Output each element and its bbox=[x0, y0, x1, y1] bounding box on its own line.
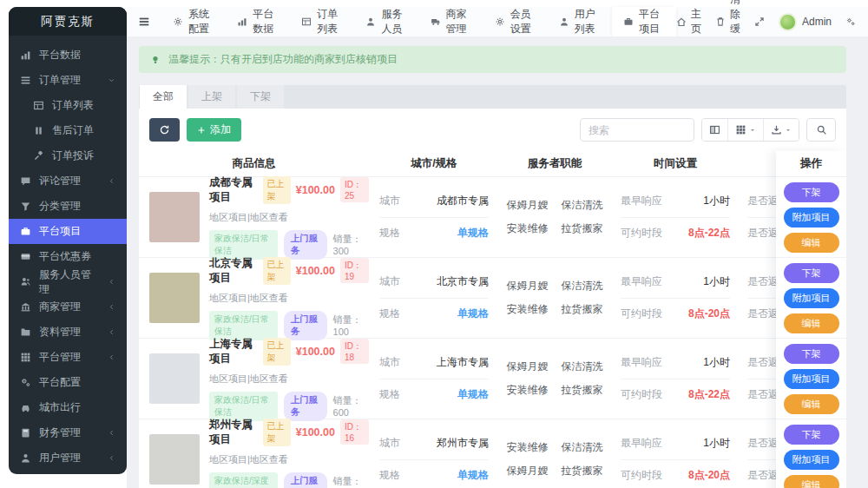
sidebar-item-platform-management[interactable]: 平台管理 bbox=[9, 345, 127, 370]
spec-label: 规格 bbox=[379, 468, 400, 483]
skill-item: 保洁清洗 bbox=[562, 198, 603, 213]
bank-icon bbox=[20, 301, 31, 313]
spec-link[interactable]: 单规格 bbox=[457, 226, 489, 241]
search-button[interactable] bbox=[806, 118, 836, 142]
take-down-button[interactable]: 下架 bbox=[784, 425, 839, 445]
city-label: 城市 bbox=[379, 436, 400, 451]
sidebar-item-city-travel[interactable]: 城市出行 bbox=[9, 395, 127, 420]
sidebar-item-comment-management[interactable]: 评论管理 bbox=[9, 168, 127, 194]
sidebar-item-label: 评论管理 bbox=[39, 174, 81, 188]
tab-off-shelf[interactable]: 下架 bbox=[237, 85, 284, 109]
sidebar-item-category-management[interactable]: 分类管理 bbox=[9, 194, 127, 219]
settings-button[interactable] bbox=[845, 16, 856, 27]
product-details: 成都专属项目 已上架 ¥100.00 ID：25 地区项目|地区查看 家政保洁/… bbox=[209, 175, 369, 260]
user-icon bbox=[20, 452, 31, 464]
refresh-button[interactable] bbox=[149, 118, 180, 142]
city-value: 成都市专属 bbox=[437, 194, 489, 208]
sidebar-item-platform-projects[interactable]: 平台项目 bbox=[9, 219, 127, 244]
search-icon bbox=[816, 124, 827, 135]
nav-item-order-list[interactable]: 订单列表 bbox=[290, 7, 354, 36]
sidebar-item-platform-data[interactable]: 平台数据 bbox=[9, 43, 127, 68]
skill-item: 保洁清洗 bbox=[562, 440, 603, 455]
sidebar-item-order-complaints[interactable]: 订单投诉 bbox=[9, 143, 127, 168]
nav-item-platform-data[interactable]: 平台数据 bbox=[226, 7, 290, 36]
menu-toggle[interactable] bbox=[127, 7, 161, 36]
sidebar-item-merchant-management[interactable]: 商家管理 bbox=[9, 294, 127, 320]
skill-item: 拉货搬家 bbox=[562, 383, 603, 398]
density-button[interactable] bbox=[727, 119, 763, 141]
sidebar-item-platform-config[interactable]: 平台配置 bbox=[9, 370, 127, 395]
sidebar-item-label: 平台配置 bbox=[39, 375, 81, 390]
sidebar-item-finance-management[interactable]: 财务管理 bbox=[9, 420, 127, 445]
sidebar-item-user-management[interactable]: 用户管理 bbox=[9, 445, 127, 471]
product-info-cell: 上海专属项目 已上架 ¥100.00 ID：18 地区项目|地区查看 家政保洁/… bbox=[139, 339, 369, 419]
sidebar-item-label: 商家管理 bbox=[39, 300, 81, 314]
add-button[interactable]: 添加 bbox=[187, 118, 241, 142]
edit-button[interactable]: 编辑 bbox=[784, 233, 839, 253]
addon-project-button[interactable]: 附加项目 bbox=[784, 369, 839, 389]
search-input[interactable] bbox=[580, 118, 694, 142]
nav-item-member-settings[interactable]: 会员设置 bbox=[483, 7, 548, 36]
take-down-button[interactable]: 下架 bbox=[784, 263, 839, 283]
take-down-button[interactable]: 下架 bbox=[784, 344, 839, 364]
sidebar-item-platform-coupons[interactable]: 平台优惠券 bbox=[9, 244, 127, 269]
refresh-icon bbox=[159, 124, 170, 135]
addon-project-button[interactable]: 附加项目 bbox=[784, 288, 839, 308]
sidebar-item-staff-management[interactable]: 服务人员管理 bbox=[9, 269, 127, 294]
addon-project-button[interactable]: 附加项目 bbox=[784, 208, 839, 228]
table-card: 添加 商品信息 城市/规格 服务者职能 时间设置 bbox=[139, 109, 846, 488]
service-type-tag[interactable]: 上门服务 bbox=[284, 472, 327, 488]
export-button[interactable] bbox=[763, 119, 799, 141]
user-icon bbox=[559, 16, 569, 27]
spec-link[interactable]: 单规格 bbox=[457, 307, 489, 321]
edit-button[interactable]: 编辑 bbox=[784, 313, 839, 333]
nav-item-user-list[interactable]: 用户列表 bbox=[548, 7, 612, 36]
spec-link[interactable]: 单规格 bbox=[457, 468, 489, 483]
sidebar-item-aftersale-orders[interactable]: 售后订单 bbox=[9, 118, 127, 143]
folder-icon bbox=[20, 326, 31, 338]
spec-link[interactable]: 单规格 bbox=[457, 387, 489, 402]
nav-item-merchant-management[interactable]: 商家管理 bbox=[419, 7, 483, 36]
tab-all[interactable]: 全部 bbox=[140, 85, 187, 109]
tab-on-shelf[interactable]: 上架 bbox=[188, 85, 235, 109]
take-down-button[interactable]: 下架 bbox=[784, 182, 839, 202]
sidebar-item-order-list[interactable]: 订单列表 bbox=[9, 93, 127, 118]
home-link[interactable]: 主页 bbox=[676, 7, 701, 36]
truck-icon bbox=[431, 16, 441, 27]
nav-item-system-config[interactable]: 系统配置 bbox=[161, 7, 226, 36]
category-tag: 家政保洁/深度保洁 bbox=[209, 472, 278, 488]
skills-cell: 保姆月嫂 保洁清洗 安装维修 拉货搬家 bbox=[499, 258, 610, 338]
service-type-tag[interactable]: 上门服务 bbox=[284, 230, 327, 260]
sales-count: 销量：200 bbox=[333, 475, 369, 488]
admin-menu[interactable]: Admin bbox=[779, 13, 832, 31]
skill-item: 保姆月嫂 bbox=[507, 464, 549, 478]
toolbar: 添加 bbox=[139, 118, 846, 151]
product-subtitle: 地区项目|地区查看 bbox=[209, 292, 369, 305]
slot-label: 可约时段 bbox=[621, 226, 662, 241]
clipped-label: 是否返 bbox=[747, 274, 779, 289]
sidebar-item-order-management[interactable]: 订单管理 bbox=[9, 68, 127, 93]
fullscreen-button[interactable] bbox=[754, 16, 765, 27]
product-id-badge: ID：16 bbox=[340, 419, 369, 445]
addon-project-button[interactable]: 附加项目 bbox=[784, 450, 839, 470]
nav-item-label: 服务人员 bbox=[381, 7, 407, 36]
gavel-icon bbox=[33, 150, 44, 162]
service-type-tag[interactable]: 上门服务 bbox=[284, 392, 327, 421]
home-label: 主页 bbox=[691, 7, 701, 36]
nav-item-service-staff[interactable]: 服务人员 bbox=[354, 7, 418, 36]
nav-item-platform-projects[interactable]: 平台项目 bbox=[612, 7, 676, 36]
edit-button[interactable]: 编辑 bbox=[784, 475, 839, 488]
edit-button[interactable]: 编辑 bbox=[784, 394, 839, 414]
nav-item-label: 平台数据 bbox=[253, 7, 279, 36]
clipped-label: 是否返 bbox=[747, 307, 779, 321]
product-title: 成都专属项目 bbox=[209, 175, 258, 205]
sidebar-item-label: 订单投诉 bbox=[52, 148, 94, 163]
table-row: 成都专属项目 已上架 ¥100.00 ID：25 地区项目|地区查看 家政保洁/… bbox=[139, 177, 846, 258]
alert-text: 温馨提示：只有开启到店功能的商家到店核销项目 bbox=[168, 52, 398, 67]
columns-toggle-button[interactable] bbox=[702, 119, 727, 141]
sidebar-item-material-management[interactable]: 资料管理 bbox=[9, 320, 127, 345]
service-type-tag[interactable]: 上门服务 bbox=[284, 311, 327, 340]
sidebar-item-label: 城市出行 bbox=[39, 400, 81, 415]
status-badge: 已上架 bbox=[263, 419, 291, 446]
header-city-spec: 城市/规格 bbox=[369, 156, 499, 171]
